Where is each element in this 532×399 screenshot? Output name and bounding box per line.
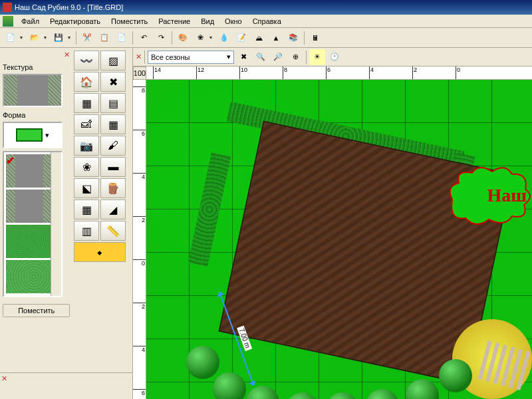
menu-file[interactable]: Файл [16,16,45,27]
paste-button[interactable]: 📄 [114,30,130,46]
wall-tool[interactable]: ▦ [100,114,126,134]
texture-list[interactable]: ✔ [3,151,63,297]
shape-label: Форма [3,111,70,119]
check-icon: ✔ [6,154,15,167]
tree-object[interactable] [286,392,319,399]
ruler-corner[interactable]: 100 [133,66,146,80]
ruler-vertical: 8 6 4 2 0 2 4 6 [133,80,146,399]
close-bottom-icon[interactable]: ✕ [1,374,7,383]
color-button[interactable]: 🎨 [175,30,191,46]
texture-preview[interactable] [3,74,63,107]
tree-object[interactable] [366,389,399,399]
design-canvas[interactable]: Наш 7.00 m [146,80,532,399]
shape-selector[interactable]: ▾ [3,122,63,148]
chevron-down-icon: ▾ [45,131,49,140]
season-dropdown[interactable]: Все сезоны ▾ [148,51,234,64]
menu-edit[interactable]: Редактировать [45,16,106,27]
app-icon [3,3,12,12]
fence-tool[interactable]: ▦ [74,93,99,113]
tool-palette: 〰️▨ 🏠✖ ▦▤ 🛋▦ 📷🖌 ❀▬ ⬕🪵 ▦◢ ▥📏 ⬥ [72,48,132,372]
sun-button[interactable]: ☀ [309,49,325,65]
panel-bottom: ✕ [0,372,132,399]
settings-tool[interactable]: ✖ [100,72,126,92]
tree-object[interactable] [186,346,219,379]
terrain-button[interactable]: ⛰ [251,30,267,46]
scrollbar[interactable] [51,152,61,296]
rect-shape-icon [16,128,43,142]
cloud-text: Наш [487,185,527,206]
note-button[interactable]: 📝 [233,30,249,46]
edge-tool[interactable]: ⬕ [74,178,99,198]
zoom-out-button[interactable]: 🔎 [270,49,286,65]
menu-view[interactable]: Вид [196,16,219,27]
season-selected: Все сезоны [151,53,190,61]
camera-tool[interactable]: 📷 [74,136,99,156]
furniture-tool[interactable]: 🛋 [74,114,99,134]
save-button[interactable]: 💾 [51,30,66,46]
stairs-tool[interactable]: ▤ [100,93,126,113]
zoom-in-button[interactable]: 🔍 [253,49,269,65]
log-tool[interactable]: 🪵 [100,178,126,198]
new-button[interactable]: 📄 [3,30,19,46]
texture-thumb[interactable] [6,190,53,223]
paint-tool[interactable]: 🖌 [100,136,126,156]
shape-button[interactable]: ▲ [268,30,284,46]
calc-button[interactable]: 🖩 [307,30,323,46]
copy-button[interactable]: 📋 [96,30,112,46]
canvas-area: ✕ Все сезоны ▾ ✖ 🔍 🔎 ⊕ ☀ 🕐 100 14 12 10 … [133,48,532,399]
bar-tool[interactable]: ▬ [100,157,126,177]
canvas-toolbar: ✕ Все сезоны ▾ ✖ 🔍 🔎 ⊕ ☀ 🕐 [133,48,532,66]
tree-object[interactable] [439,359,472,392]
sign-tool[interactable]: ⬥ [74,242,126,262]
titlebar: Наш Сад Рубин 9.0 - [Title.GRD] [0,0,532,15]
close-canvas-icon[interactable]: ✕ [136,53,142,61]
main-toolbar: 📄▾ 📂▾ 💾▾ ✂️ 📋 📄 ↶ ↷ 🎨 ❀▾ 💧 📝 ⛰ ▲ 📚 🖩 [0,28,532,48]
menu-place[interactable]: Поместить [106,16,153,27]
place-button[interactable]: Поместить [3,304,70,317]
redo-button[interactable]: ↷ [153,30,169,46]
house-tool[interactable]: 🏠 [74,72,99,92]
menu-window[interactable]: Окно [219,16,247,27]
measure-tool[interactable]: 📏 [100,221,126,241]
doc-icon [3,16,13,27]
gradient-tool[interactable]: ▨ [100,51,126,70]
open-button[interactable]: 📂 [27,30,43,46]
layers-button[interactable]: 📚 [285,30,301,46]
tree-object[interactable] [213,372,246,399]
menubar: Файл Редактировать Поместить Растение Ви… [0,15,532,28]
gradient2-tool[interactable]: ▥ [74,221,99,241]
slope-tool[interactable]: ◢ [100,200,126,219]
trees-group [186,313,532,399]
undo-button[interactable]: ↶ [136,30,152,46]
properties-panel: ✕ Текстура Форма ▾ ✔ Поместить [0,48,72,372]
zoom-fit-button[interactable]: ⊕ [287,49,303,65]
chevron-down-icon: ▾ [227,53,231,61]
ruler-horizontal: 14 12 10 8 6 4 2 0 [146,66,532,80]
flower-tool[interactable]: ❀ [74,157,99,177]
texture-thumb[interactable] [6,260,53,293]
menu-plant[interactable]: Растение [153,16,196,27]
texture-thumb[interactable] [6,225,53,258]
close-panel-icon[interactable]: ✕ [64,51,70,59]
cut-button[interactable]: ✂️ [79,30,95,46]
tools-button[interactable]: ✖ [235,49,251,65]
grid-tool[interactable]: ▦ [74,200,99,219]
path-tool[interactable]: 〰️ [74,51,99,70]
window-title: Наш Сад Рубин 9.0 - [Title.GRD] [15,3,123,11]
tree-object[interactable] [326,392,359,399]
time-button[interactable]: 🕐 [327,49,342,65]
texture-label: Текстура [3,63,70,71]
water-button[interactable]: 💧 [216,30,232,46]
left-panel: ✕ Текстура Форма ▾ ✔ Поместить 〰️▨ [0,48,133,399]
texture-thumb[interactable]: ✔ [6,154,53,188]
menu-help[interactable]: Справка [247,16,287,27]
tree-object[interactable] [406,379,439,399]
flower-button[interactable]: ❀ [192,30,208,46]
